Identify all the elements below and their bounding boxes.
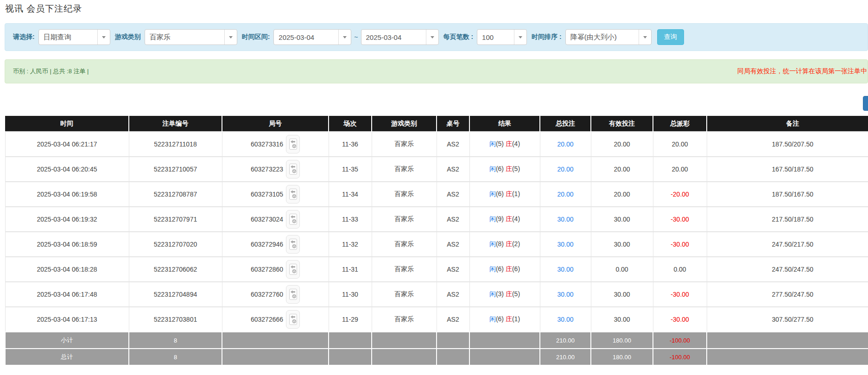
- column-header: 总投注: [540, 116, 591, 132]
- empty-cell: [437, 332, 469, 349]
- round-id-text: 603273223: [251, 165, 283, 173]
- currency-total-text: 币别 : 人民币 | 总共 :8 注单 |: [13, 67, 89, 76]
- select-query-type-value: 日期查询: [39, 30, 97, 44]
- right-edge-button[interactable]: [863, 96, 868, 111]
- select-sort-order-value: 降幂(由大到小): [566, 30, 639, 44]
- video-replay-button[interactable]: [286, 260, 300, 279]
- table-row: 2025-03-04 06:18:28522312706062603272860…: [5, 257, 868, 282]
- result-player-label: 闲: [489, 215, 496, 222]
- cell-bet-id: 522312708787: [129, 182, 222, 207]
- select-page-size-value: 100: [477, 30, 514, 44]
- total-bet-link[interactable]: 20.00: [557, 191, 573, 198]
- cell-time: 2025-03-04 06:17:13: [5, 307, 129, 332]
- cell-result: 闲(6) 庄(1): [469, 307, 540, 332]
- result-player-score: (6): [496, 190, 504, 197]
- cell-game-category: 百家乐: [372, 132, 437, 157]
- result-banker-label: 庄: [506, 240, 512, 248]
- cell-table-id: AS2: [437, 132, 469, 157]
- search-button[interactable]: 查询: [657, 29, 684, 45]
- cell-payout: -20.00: [653, 182, 707, 207]
- cell-game-category: 百家乐: [372, 157, 437, 182]
- column-header: 游戏类别: [372, 116, 437, 132]
- cell-game-category: 百家乐: [372, 257, 437, 282]
- cell-payout: -30.00: [653, 307, 707, 332]
- empty-cell: [372, 332, 437, 349]
- video-replay-button[interactable]: [286, 160, 300, 178]
- result-banker-score: (5): [512, 165, 520, 172]
- cell-valid-bet: 20.00: [591, 157, 653, 182]
- select-sort-order[interactable]: 降幂(由大到小): [565, 29, 652, 45]
- result-player-label: 闲: [489, 165, 496, 172]
- table-row: 2025-03-04 06:18:59522312707020603272946…: [5, 232, 868, 257]
- cell-time: 2025-03-04 06:21:17: [5, 132, 129, 157]
- total-bet-link[interactable]: 20.00: [557, 140, 573, 148]
- cell-payout: 20.00: [653, 157, 707, 182]
- total-bet-link[interactable]: 30.00: [557, 266, 573, 273]
- round-id-text: 603273024: [251, 216, 283, 223]
- select-query-type[interactable]: 日期查询: [38, 29, 110, 45]
- video-replay-button[interactable]: [286, 285, 300, 304]
- subtotal-count: 8: [129, 332, 222, 349]
- total-bet-link[interactable]: 30.00: [557, 291, 573, 298]
- video-replay-icon: [289, 289, 297, 300]
- video-replay-icon: [289, 139, 297, 150]
- cell-valid-bet: 30.00: [591, 207, 653, 232]
- cell-payout: 20.00: [653, 132, 707, 157]
- time-range-label: 时间区间:: [242, 33, 270, 41]
- empty-cell: [372, 349, 437, 365]
- select-date-from[interactable]: 2025-03-04: [273, 29, 351, 45]
- empty-cell: [222, 332, 329, 349]
- result-banker-score: (5): [512, 290, 520, 298]
- table-row: 2025-03-04 06:20:45522312710057603273223…: [5, 157, 868, 182]
- total-bet-link[interactable]: 30.00: [557, 316, 573, 323]
- total-bet-link[interactable]: 30.00: [557, 216, 573, 223]
- round-id-text: 603272760: [251, 291, 283, 298]
- cell-round-id: 603272760: [222, 282, 329, 307]
- result-banker-label: 庄: [506, 215, 512, 222]
- cell-total-bet: 30.00: [540, 207, 591, 232]
- select-date-to[interactable]: 2025-03-04: [361, 29, 439, 45]
- date-range-separator: ~: [354, 33, 358, 41]
- cell-session: 11-33: [329, 207, 372, 232]
- select-date-to-value: 2025-03-04: [361, 30, 426, 44]
- subtotal-label: 小计: [5, 332, 129, 349]
- total-bet-link[interactable]: 30.00: [557, 241, 573, 248]
- cell-session: 11-31: [329, 257, 372, 282]
- result-banker-score: (2): [512, 240, 520, 248]
- cell-table-id: AS2: [437, 157, 469, 182]
- select-page-size[interactable]: 100: [477, 29, 527, 45]
- select-game-category[interactable]: 百家乐: [145, 29, 237, 45]
- cell-result: 闲(6) 庄(1): [469, 182, 540, 207]
- chevron-down-icon: [97, 30, 110, 44]
- empty-cell: [469, 349, 540, 365]
- cell-table-id: AS2: [437, 182, 469, 207]
- cell-payout: -30.00: [653, 232, 707, 257]
- table-row: 2025-03-04 06:19:32522312707971603273024…: [5, 207, 868, 232]
- video-replay-button[interactable]: [286, 210, 300, 229]
- video-replay-button[interactable]: [286, 235, 300, 254]
- result-banker-label: 庄: [506, 140, 512, 147]
- video-replay-button[interactable]: [286, 185, 300, 203]
- cell-round-id: 603272860: [222, 257, 329, 282]
- video-replay-button[interactable]: [286, 310, 300, 329]
- subtotal-total-bet: 210.00: [540, 332, 591, 349]
- cell-table-id: AS2: [437, 232, 469, 257]
- filter-bar: 请选择: 日期查询 游戏类别 百家乐 时间区间: 2025-03-04 ~ 20…: [5, 23, 868, 51]
- result-player-label: 闲: [489, 315, 496, 323]
- round-id-text: 603272666: [251, 316, 283, 323]
- cell-result: 闲(8) 庄(2): [469, 232, 540, 257]
- result-banker-label: 庄: [506, 165, 512, 172]
- cell-total-bet: 30.00: [540, 307, 591, 332]
- round-id-text: 603272860: [251, 266, 283, 273]
- video-replay-button[interactable]: [286, 135, 300, 153]
- cell-table-id: AS2: [437, 307, 469, 332]
- game-category-label: 游戏类别: [115, 33, 141, 41]
- sort-order-label: 时间排序 :: [532, 33, 562, 41]
- cell-time: 2025-03-04 06:19:58: [5, 182, 129, 207]
- total-bet-link[interactable]: 20.00: [557, 165, 573, 173]
- cell-remark: 187.50/207.50: [707, 132, 868, 157]
- chevron-down-icon: [426, 30, 438, 44]
- cell-total-bet: 30.00: [540, 282, 591, 307]
- cell-remark: 247.50/247.50: [707, 257, 868, 282]
- cell-game-category: 百家乐: [372, 207, 437, 232]
